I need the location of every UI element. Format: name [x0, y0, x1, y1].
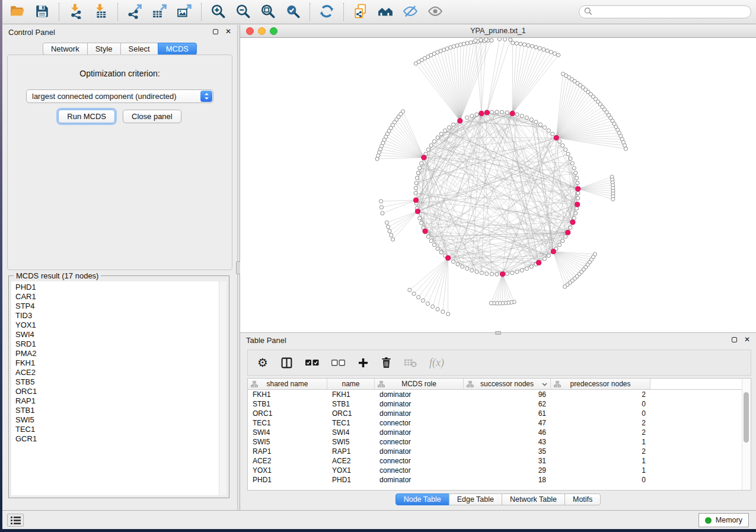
network-node[interactable] — [436, 136, 439, 139]
network-node[interactable] — [441, 310, 445, 313]
network-node[interactable] — [553, 52, 557, 55]
network-node[interactable] — [475, 113, 479, 116]
network-node[interactable] — [480, 271, 483, 275]
network-node[interactable] — [418, 166, 422, 170]
network-hub-node[interactable] — [537, 260, 541, 265]
select-all-rows-button[interactable] — [305, 354, 319, 371]
network-node[interactable] — [561, 239, 564, 242]
task-history-button[interactable] — [7, 514, 24, 527]
network-node[interactable] — [549, 50, 553, 54]
table-row[interactable]: ORC1ORC1dominator610 — [248, 409, 751, 418]
network-node[interactable] — [490, 110, 493, 114]
network-node[interactable] — [576, 197, 580, 200]
network-hub-node[interactable] — [423, 229, 428, 233]
network-node[interactable] — [388, 229, 391, 233]
network-node[interactable] — [490, 273, 493, 276]
table-row[interactable]: SWI5SWI5connector431 — [248, 437, 751, 447]
first-neighbors-button[interactable] — [373, 1, 398, 23]
network-node[interactable] — [542, 47, 546, 51]
network-node[interactable] — [519, 42, 522, 46]
network-node[interactable] — [525, 267, 528, 270]
mcds-result-node[interactable]: TID3 — [15, 311, 227, 321]
network-node[interactable] — [417, 296, 420, 299]
network-node[interactable] — [485, 272, 489, 275]
network-node[interactable] — [534, 120, 538, 124]
delete-column-button[interactable] — [381, 354, 391, 371]
save-session-button[interactable] — [30, 1, 55, 23]
network-node[interactable] — [546, 49, 549, 53]
network-node[interactable] — [495, 110, 499, 114]
network-node[interactable] — [461, 265, 464, 268]
network-node[interactable] — [611, 197, 615, 201]
network-node[interactable] — [538, 46, 541, 50]
network-node[interactable] — [465, 116, 469, 120]
network-node[interactable] — [489, 302, 493, 305]
network-node[interactable] — [444, 129, 447, 132]
network-node[interactable] — [543, 126, 546, 129]
column-header-shared-name[interactable]: shared name — [248, 379, 327, 390]
network-hub-node[interactable] — [479, 111, 484, 116]
clone-network-button[interactable] — [348, 1, 373, 23]
network-node[interactable] — [576, 181, 579, 185]
tab-node-table[interactable]: Node Table — [395, 493, 449, 505]
network-node[interactable] — [569, 157, 572, 161]
network-node[interactable] — [387, 225, 390, 229]
network-node[interactable] — [426, 235, 430, 238]
mcds-result-node[interactable]: STB5 — [15, 377, 227, 387]
network-node[interactable] — [575, 207, 579, 210]
network-hub-node[interactable] — [413, 198, 418, 203]
mcds-result-node[interactable]: TEC1 — [15, 425, 227, 434]
network-node[interactable] — [509, 38, 512, 41]
search-input[interactable] — [595, 7, 751, 17]
network-node[interactable] — [522, 43, 526, 46]
mcds-result-node[interactable]: YOX1 — [15, 321, 227, 330]
mcds-result-node[interactable]: RAP1 — [15, 396, 227, 406]
mcds-result-node[interactable]: PHD1 — [15, 283, 227, 292]
network-node[interactable] — [515, 41, 518, 45]
network-node[interactable] — [414, 191, 417, 195]
search-box[interactable] — [579, 5, 751, 18]
network-node[interactable] — [520, 114, 524, 118]
export-image-button[interactable] — [172, 1, 197, 23]
network-node[interactable] — [564, 148, 567, 152]
tab-style[interactable]: Style — [87, 43, 121, 55]
mcds-result-node[interactable]: SWI4 — [15, 330, 227, 339]
network-node[interactable] — [572, 166, 576, 170]
network-node[interactable] — [511, 271, 514, 275]
network-node[interactable] — [529, 118, 533, 121]
network-hub-node[interactable] — [570, 220, 575, 225]
network-hub-node[interactable] — [422, 155, 426, 160]
mcds-result-node[interactable]: STP4 — [15, 302, 227, 311]
mcds-result-node[interactable]: GCR1 — [15, 434, 227, 444]
network-node[interactable] — [416, 171, 420, 175]
network-node[interactable] — [572, 216, 576, 220]
network-node[interactable] — [426, 148, 430, 152]
table-scrollbar[interactable] — [742, 379, 751, 490]
column-header-successor-nodes[interactable]: successor nodes — [464, 379, 551, 390]
network-node[interactable] — [547, 254, 550, 258]
network-node[interactable] — [401, 110, 404, 113]
table-row[interactable]: FKH1FKH1dominator962 — [248, 390, 751, 399]
network-node[interactable] — [511, 41, 515, 44]
tab-mcds[interactable]: MCDS — [158, 43, 197, 55]
split-panel-button[interactable] — [280, 354, 293, 371]
network-node[interactable] — [569, 226, 572, 229]
close-panel-button[interactable]: Close panel — [123, 110, 181, 123]
table-row[interactable]: TEC1TEC1connector472 — [248, 418, 751, 428]
network-node[interactable] — [505, 272, 509, 275]
network-node[interactable] — [551, 132, 554, 136]
zoom-fit-button[interactable] — [256, 1, 280, 23]
mcds-result-node[interactable]: ORC1 — [15, 387, 227, 396]
run-mcds-button[interactable]: Run MCDS — [58, 110, 115, 123]
network-node[interactable] — [391, 238, 395, 241]
float-table-panel-icon[interactable] — [732, 337, 737, 342]
zoom-out-button[interactable] — [231, 1, 256, 23]
network-node[interactable] — [570, 162, 574, 165]
network-node[interactable] — [465, 267, 469, 270]
network-node[interactable] — [431, 305, 435, 308]
network-hub-node[interactable] — [484, 110, 489, 115]
mcds-result-node[interactable]: PMA2 — [15, 349, 227, 358]
network-node[interactable] — [574, 171, 578, 175]
zoom-in-button[interactable] — [206, 1, 231, 23]
network-node[interactable] — [421, 299, 425, 302]
